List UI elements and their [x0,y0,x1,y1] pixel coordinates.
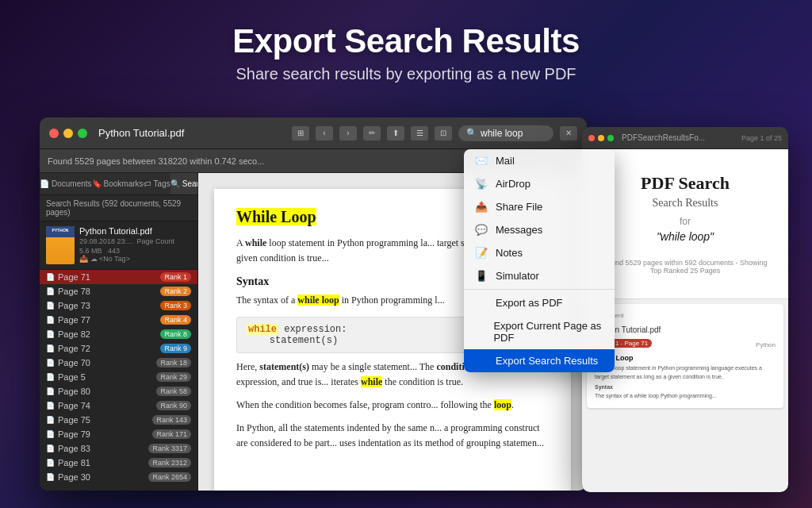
header: Export Search Results Share search resul… [0,0,812,96]
menu-item-export-pdf[interactable]: Export as PDF [464,291,615,314]
page-icon: 📄 [46,302,55,310]
rank-badge: Rank 18 [156,358,191,368]
mail-icon: ✉️ [475,155,488,167]
share-file-icon: 📤 [475,201,488,213]
close-button[interactable] [49,129,59,138]
page-list-item[interactable]: 📄 Page 73 Rank 3 [40,298,197,313]
rp-mini-syntax-text: The syntax of a while loop Python progra… [595,392,776,401]
tags-icon: 🏷 [144,179,151,188]
rp-python-label: Python [756,341,776,348]
page-list-item[interactable]: 📄 Page 74 Rank 90 [40,398,197,413]
while-loop-title-highlight: While Loop [236,208,316,225]
page-icon: 📄 [46,416,55,424]
page-list-item[interactable]: 📄 Page 77 Rank 4 [40,313,197,327]
menu-item-messages[interactable]: 💬 Messages [464,218,615,241]
page-icon: 📄 [46,273,55,281]
rp-cover-for: for [598,216,772,227]
page-list-item[interactable]: 📄 Page 81 Rank 2312 [40,456,197,470]
page-list-item[interactable]: 📄 Page 70 Rank 18 [40,356,197,370]
tags-label: Tags [154,179,170,188]
search-results-info: Found 5529 pages between 318220 within 0… [48,156,480,166]
rank-badge: Rank 1 [160,272,191,282]
simulator-icon: 📱 [475,270,488,282]
sidebar-tab-bookmarks[interactable]: 🔖 Bookmarks [92,173,144,194]
page-icon: 📄 [46,444,55,452]
page-name: Page 71 [58,272,157,282]
close-search-button[interactable]: ✕ [560,126,577,140]
page-icon: 📄 [46,387,55,395]
page-name: Page 83 [58,444,145,453]
rank-badge: Rank 4 [160,315,191,325]
share-file-label: Share File [496,201,542,213]
page-list-item[interactable]: 📄 Page 80 Rank 58 [40,384,197,398]
page-list-item[interactable]: 📄 Page 5 Rank 29 [40,370,197,384]
window-title: Python Tutorial.pdf [98,127,184,139]
rank-badge: Rank 3317 [148,444,191,453]
sidebar-tabs: 📄 Documents 🔖 Bookmarks 🏷 Tags 🔍 Search [40,173,197,195]
page-list-item[interactable]: 📄 Page 71 Rank 1 [40,270,197,284]
page-name: Page 5 [58,372,153,382]
grid-view-button[interactable]: ⊡ [435,126,452,140]
page-icon: 📄 [46,287,55,295]
nav-back-button[interactable]: ‹ [316,126,333,140]
share-button[interactable]: ⬆ [387,126,404,140]
sidebar-toggle-button[interactable]: ⊞ [292,126,309,140]
rank-badge: Rank 3 [160,301,191,310]
rp-doc-name: Python Tutorial.pdf [595,325,776,334]
document-thumbnail: PYTHON [46,226,75,264]
minimize-button[interactable] [63,129,73,138]
bookmarks-label: Bookmarks [104,179,144,188]
share-dropdown-menu: ✉️ Mail 📡 AirDrop 📤 Share File 💬 Message… [464,149,615,372]
page-subtitle: Share search results by exporting as a n… [16,65,796,83]
search-tab-icon: 🔍 [170,179,180,188]
rank-badge: Rank 143 [152,415,191,425]
mail-label: Mail [496,155,515,167]
rp-stats: Found 5529 pages within 592 documents - … [598,259,772,275]
pen-tool-button[interactable]: ✏ [363,126,381,140]
menu-divider [464,289,615,290]
airdrop-label: AirDrop [496,178,530,190]
menu-item-notes[interactable]: 📝 Notes [464,241,615,264]
rank-badge: Rank 90 [156,401,191,410]
maximize-button[interactable] [78,129,87,138]
rp-close-button[interactable] [588,135,595,141]
document-tags: 📥 ☁ <No Tag> [79,255,191,263]
page-list-item[interactable]: 📄 Page 78 Rank 2 [40,284,197,298]
page-list-item[interactable]: 📄 Page 83 Rank 3317 [40,441,197,456]
page-icon: 📄 [46,402,55,410]
pdf-para3: When the condition becomes false, progra… [236,398,549,413]
search-bar[interactable]: 🔍 while loop [458,125,553,141]
menu-item-share-file[interactable]: 📤 Share File [464,195,615,218]
menu-item-airdrop[interactable]: 📡 AirDrop [464,172,615,195]
page-list-item[interactable]: 📄 Page 82 Rank 8 [40,327,197,341]
search-tab-label: Search [182,179,198,188]
rank-badge: Rank 2 [160,287,191,296]
rank-badge: Rank 2654 [148,472,191,482]
page-name: Page 81 [58,458,145,468]
menu-item-export-current-page[interactable]: Export Current Page as PDF [464,314,615,349]
export-current-label: Export Current Page as PDF [493,320,603,344]
sidebar-tab-documents[interactable]: 📄 Documents [40,173,92,194]
menu-item-export-search-results[interactable]: Export Search Results [464,349,615,372]
page-list-item[interactable]: 📄 Page 75 Rank 143 [40,413,197,427]
page-name: Page 30 [58,472,145,482]
nav-forward-button[interactable]: › [339,126,357,140]
page-list-item[interactable]: 📄 Page 79 Rank 171 [40,427,197,441]
rp-cover-subtitle: Search Results [598,197,772,210]
sidebar-tab-search[interactable]: 🔍 Search [170,173,198,194]
rank-badge: Rank 8 [160,329,191,339]
sidebar-tab-tags[interactable]: 🏷 Tags [144,173,170,194]
search-icon: 🔍 [466,128,477,138]
doc-version: 29.08.2018 23:... [79,237,133,245]
rp-maximize-button[interactable] [607,135,614,141]
rank-badge: Rank 29 [156,372,191,382]
list-view-button[interactable]: ☰ [411,126,428,140]
rp-mini-title-text: Loop [616,354,634,362]
page-icon: 📄 [46,430,55,438]
menu-item-simulator[interactable]: 📱 Simulator [464,264,615,287]
page-list-item[interactable]: 📄 Page 72 Rank 9 [40,341,197,356]
search-value: while loop [481,128,523,139]
rp-minimize-button[interactable] [598,135,604,141]
menu-item-mail[interactable]: ✉️ Mail [464,149,615,172]
page-list-item[interactable]: 📄 Page 30 Rank 2654 [40,470,197,484]
